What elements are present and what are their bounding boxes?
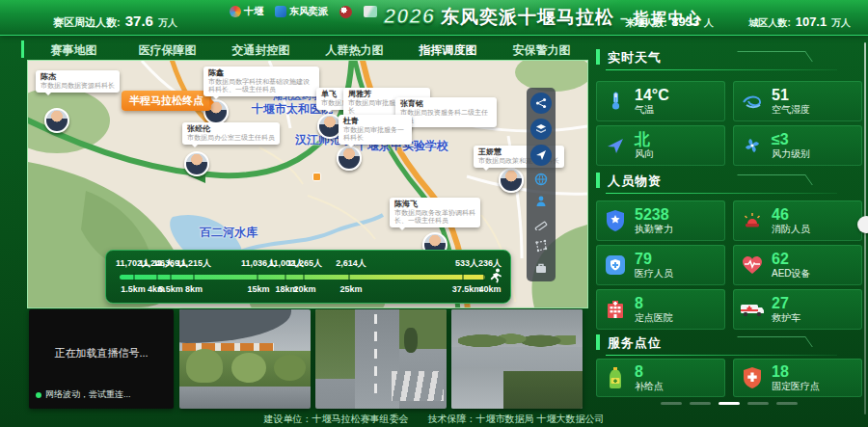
measure-icon[interactable] bbox=[532, 215, 550, 232]
section-services-header: 服务点位 bbox=[596, 334, 862, 353]
km-label: 8km bbox=[185, 284, 203, 294]
shiyan-logo-icon bbox=[230, 6, 241, 17]
globe-icon[interactable] bbox=[532, 171, 550, 188]
scroll-handle[interactable] bbox=[857, 216, 868, 233]
ambulance-icon bbox=[733, 300, 772, 319]
section-weather-header: 实时天气 bbox=[596, 48, 862, 67]
person-callout: 张经伦 市数据局办公室三级主任科员 bbox=[182, 122, 280, 145]
person-callout: 陈海飞 市数据局政务改革协调科科长、一级主任科员 bbox=[390, 198, 480, 227]
runner-count: 11,265人 bbox=[287, 257, 322, 270]
tab-medical-map[interactable]: 医疗保障图 bbox=[121, 42, 214, 59]
page-title: 2026 东风奕派十堰马拉松 – 指挥中心 bbox=[384, 4, 703, 30]
title-year: 2026 bbox=[384, 4, 435, 29]
tab-heatmap[interactable]: 人群热力图 bbox=[308, 42, 401, 59]
place-label: 百二河水库 bbox=[200, 225, 258, 241]
person-marker[interactable] bbox=[184, 151, 209, 176]
pagination-dash-active[interactable] bbox=[719, 402, 740, 405]
runner-icon bbox=[489, 268, 502, 287]
person-callout: 杜青 市数据局审批服务一科科长 bbox=[339, 115, 412, 145]
siren-icon bbox=[733, 210, 772, 231]
pagination-dash[interactable] bbox=[661, 402, 682, 405]
stat-label: 赛区周边人数: bbox=[53, 16, 121, 28]
pagination-dash[interactable] bbox=[747, 402, 769, 405]
person-marker[interactable] bbox=[499, 168, 524, 193]
stat-card-medical-point: 18固定医疗点 bbox=[733, 359, 862, 397]
half-marathon-finish-label: 半程马拉松终点 bbox=[122, 91, 211, 111]
wind-power-icon bbox=[733, 136, 772, 155]
dongfeng-logo-icon bbox=[275, 6, 286, 17]
polygon-icon[interactable] bbox=[532, 237, 550, 254]
wind-direction-icon bbox=[596, 136, 635, 155]
runner-count: 11,215人 bbox=[176, 257, 211, 270]
tab-dispatch-map[interactable]: 指挥调度图 bbox=[401, 42, 495, 59]
weather-card-wind-power: ≤3风力级别 bbox=[733, 125, 862, 166]
stat-unit: 万人 bbox=[158, 17, 177, 28]
emblem-logo-icon bbox=[339, 6, 352, 18]
runner-count: 2,614人 bbox=[336, 257, 366, 270]
police-shield-icon bbox=[596, 209, 635, 232]
pagination-dash[interactable] bbox=[690, 402, 711, 405]
medical-staff-icon bbox=[596, 254, 635, 276]
stat-value: 37.6 bbox=[125, 13, 153, 29]
route-track bbox=[120, 275, 485, 280]
section-title: 人员物资 bbox=[608, 173, 662, 190]
sponsor-logos: 十堰 东风奕派 bbox=[230, 5, 377, 18]
status-dot-icon bbox=[36, 392, 41, 398]
layers-icon[interactable] bbox=[530, 119, 552, 140]
share-icon[interactable] bbox=[530, 93, 552, 114]
person-callout: 陈杰 市数据局数据资源科科长 bbox=[36, 70, 120, 93]
stat-surrounding-population: 赛区周边人数: 37.6 万人 bbox=[53, 13, 177, 30]
stat-urban-population: 城区人数: 107.1 万人 bbox=[749, 14, 851, 30]
section-personnel-header: 人员物资 bbox=[596, 172, 862, 191]
stat-card-supply-point: 8补给点 bbox=[596, 359, 725, 397]
aed-heart-icon bbox=[733, 254, 772, 276]
dongfeng-yipai-logo: 东风奕派 bbox=[275, 5, 328, 18]
video-feed-loading[interactable]: 正在加载直播信号... 网络波动，尝试重连... bbox=[29, 309, 174, 409]
km-label: 37.5km bbox=[452, 284, 482, 294]
section-title: 实时天气 bbox=[608, 49, 662, 67]
weather-card-wind-direction: 北风向 bbox=[596, 125, 725, 166]
person-marker[interactable] bbox=[44, 108, 69, 133]
title-main: 东风奕派十堰马拉松 bbox=[441, 5, 614, 30]
weather-card-temperature: 14°C气温 bbox=[596, 81, 725, 121]
hospital-icon bbox=[596, 299, 635, 320]
navigate-icon[interactable] bbox=[530, 145, 552, 166]
humidity-icon bbox=[733, 93, 772, 110]
medical-point-shield-icon bbox=[733, 366, 772, 389]
km-label: 5.5km bbox=[158, 284, 183, 294]
landmark-icon[interactable] bbox=[532, 193, 550, 210]
stat-card-aed: 62AED设备 bbox=[733, 245, 862, 285]
briefcase-icon[interactable] bbox=[532, 259, 550, 277]
map-toolbar bbox=[527, 88, 556, 281]
video-feed-stadium[interactable] bbox=[179, 309, 311, 409]
weather-card-humidity: 51空气湿度 bbox=[733, 81, 862, 121]
title-sub: 指挥中心 bbox=[634, 9, 703, 29]
poi-icon bbox=[312, 173, 321, 181]
loading-text: 正在加载直播信号... bbox=[29, 346, 174, 360]
pagination-dash[interactable] bbox=[776, 402, 798, 405]
route-progress-panel: 11,702人 11,246人 11,369人 11,215人 11,036人 … bbox=[105, 250, 511, 304]
supply-bottle-icon bbox=[596, 366, 635, 389]
command-center-dashboard: 赛区周边人数: 37.6 万人 十堰 东风奕派 2026 东风奕派十堰马拉松 –… bbox=[0, 0, 868, 427]
section-title: 服务点位 bbox=[608, 334, 662, 352]
thermometer-icon bbox=[596, 91, 635, 112]
shiyan-logo: 十堰 bbox=[230, 5, 263, 18]
runner-count: 533人 bbox=[455, 257, 478, 270]
header-bar: 赛区周边人数: 37.6 万人 十堰 东风奕派 2026 东风奕派十堰马拉松 –… bbox=[0, 0, 868, 36]
footer-credits: 建设单位：十堰马拉松赛事组委会 技术保障：十堰市数据局 十堰大数据公司 bbox=[0, 413, 868, 426]
stat-card-police: 5238执勤警力 bbox=[596, 200, 725, 241]
stat-card-ambulance: 27救护车 bbox=[733, 289, 862, 330]
runner-logo-icon bbox=[364, 6, 377, 17]
tab-event-map[interactable]: 赛事地图 bbox=[27, 42, 121, 59]
video-feed-road[interactable] bbox=[315, 309, 447, 409]
network-status: 网络波动，尝试重连... bbox=[36, 388, 131, 401]
video-feed-street[interactable] bbox=[451, 309, 583, 409]
stat-card-medical-staff: 79医疗人员 bbox=[596, 245, 725, 285]
dispatch-map[interactable]: 湖北医药学院 十堰市太和医院 汉江师范学院 十堰京中实验学校 百二河水库 半程马… bbox=[27, 60, 588, 308]
stat-card-fire: 46消防人员 bbox=[733, 200, 862, 241]
tab-security-map[interactable]: 安保警力图 bbox=[495, 42, 588, 59]
km-label: 25km bbox=[339, 284, 362, 294]
person-callout: 陈鑫 市数据局数字科技和基础设施建设科科长、一级主任科员 bbox=[203, 67, 319, 96]
tab-traffic-map[interactable]: 交通封控图 bbox=[214, 42, 308, 59]
km-label: 20km bbox=[293, 284, 315, 294]
